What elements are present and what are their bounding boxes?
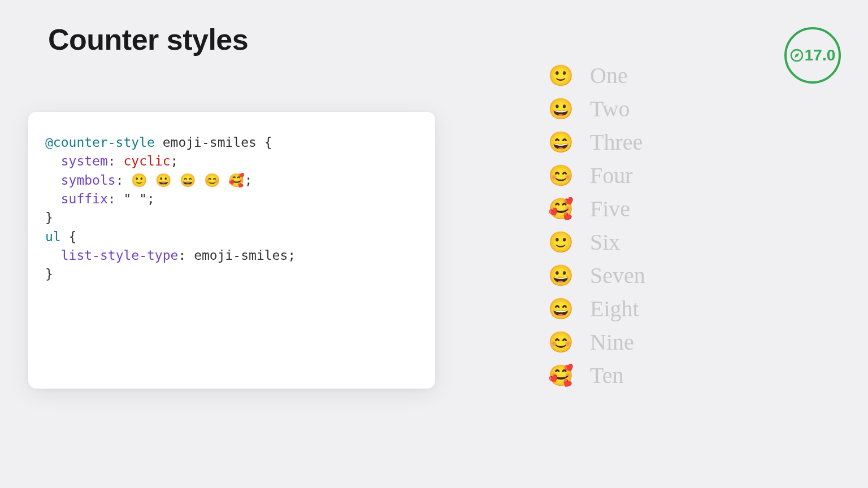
emoji-marker: 🥰 (548, 365, 573, 386)
list-item: 😀Two (548, 95, 645, 122)
code-pre: @counter-style emoji-smiles { system: cy… (45, 133, 418, 284)
emoji-marker: 😀 (548, 265, 573, 286)
code-prop-symbols: symbols (61, 173, 116, 188)
code-val-system: cyclic (124, 154, 171, 168)
emoji-marker: 😄 (548, 299, 573, 319)
emoji-marker: 😊 (548, 165, 573, 186)
emoji-marker: 😄 (548, 132, 573, 152)
list-item-text: Four (590, 162, 633, 189)
code-val-list-style-type: emoji-smiles (194, 248, 288, 263)
list-item: 🙂One (548, 62, 645, 89)
emoji-marker: 😊 (548, 332, 573, 352)
emoji-marker: 😀 (548, 99, 573, 119)
code-rule-name: emoji-smiles (163, 135, 257, 150)
list-item-text: Ten (590, 362, 623, 389)
list-item: 🥰Five (548, 195, 645, 222)
code-open-brace: { (264, 135, 272, 150)
list-item-text: Six (590, 229, 620, 255)
emoji-marker: 🙂 (548, 232, 573, 252)
compass-icon (790, 49, 804, 62)
code-prop-list-style-type: list-style-type (61, 248, 179, 263)
list-item-text: Two (590, 95, 630, 122)
code-selector-ul: ul (45, 229, 61, 244)
list-item: 🙂Six (548, 229, 645, 255)
list-item-text: Eight (590, 295, 639, 322)
code-prop-system: system (61, 154, 108, 168)
list-item: 😄Eight (548, 295, 645, 322)
code-val-symbols: 🙂 😀 😄 😊 🥰 (131, 173, 244, 188)
list-item-text: One (590, 62, 628, 89)
version-badge: 17.0 (784, 27, 841, 84)
list-item-text: Five (590, 195, 630, 222)
emoji-marker: 🙂 (548, 66, 573, 86)
list-item: 😊Nine (548, 329, 645, 355)
svg-marker-1 (795, 53, 799, 58)
list-item: 😄Three (548, 129, 645, 155)
code-open-brace2: { (69, 229, 77, 244)
list-item: 😊Four (548, 162, 645, 189)
version-badge-text: 17.0 (805, 46, 836, 64)
list-item-text: Seven (590, 262, 645, 289)
list-item-text: Three (590, 129, 643, 155)
list-item: 😀Seven (548, 262, 645, 289)
list-item-text: Nine (590, 329, 634, 355)
demo-list: 🙂One 😀Two 😄Three 😊Four 🥰Five 🙂Six 😀Seven… (548, 62, 645, 395)
list-item: 🥰Ten (548, 362, 645, 389)
code-block: @counter-style emoji-smiles { system: cy… (28, 112, 435, 389)
emoji-marker: 🥰 (548, 199, 573, 219)
code-close-brace2: } (45, 267, 53, 281)
code-val-suffix: " " (124, 191, 147, 206)
code-at-keyword: @counter-style (45, 135, 155, 150)
page-title: Counter styles (48, 23, 248, 56)
code-prop-suffix: suffix (61, 191, 108, 206)
code-close-brace: } (45, 210, 53, 225)
